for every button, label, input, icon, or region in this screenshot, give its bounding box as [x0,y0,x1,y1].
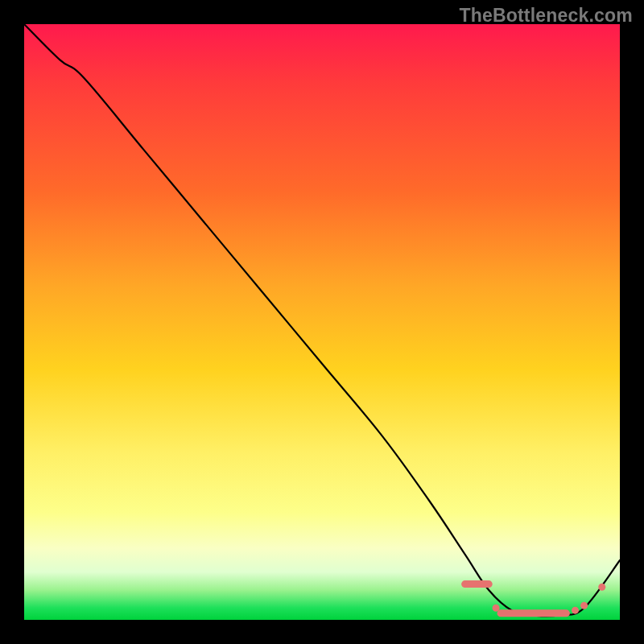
highlight-dot [598,584,605,591]
highlight-dot [572,607,579,614]
watermark-text: TheBottleneck.com [459,5,633,27]
bottleneck-curve [24,24,620,616]
highlight-dot [493,605,500,612]
highlight-dot [580,602,588,609]
chart-overlay [24,24,620,620]
chart-frame: TheBottleneck.com [0,0,644,644]
